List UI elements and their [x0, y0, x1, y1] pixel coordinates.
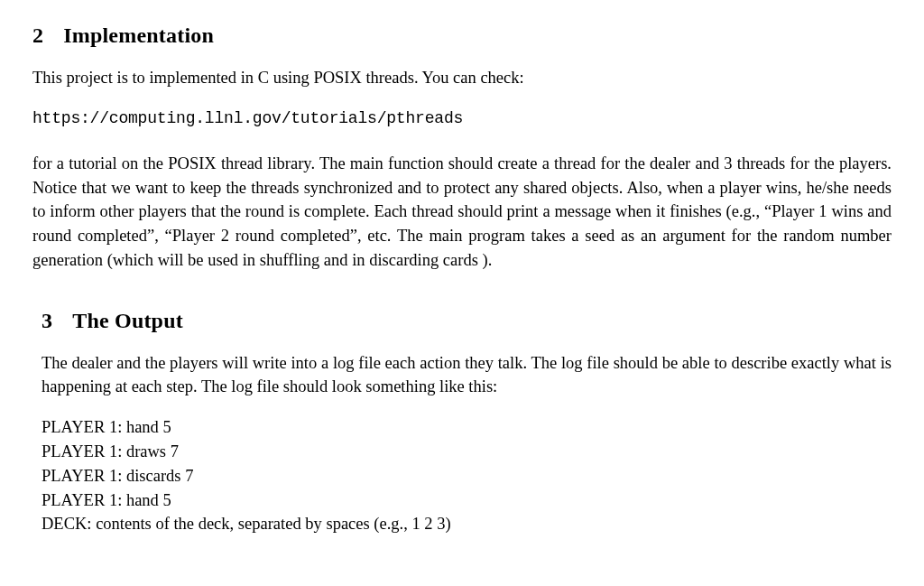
document-page: 2 Implementation This project is to impl…: [0, 0, 924, 536]
tutorial-url: https://computing.llnl.gov/tutorials/pth…: [32, 107, 892, 130]
section-3-para-1: The dealer and the players will write in…: [42, 351, 892, 400]
section-3-heading: 3 The Output: [42, 305, 892, 337]
log-sample: PLAYER 1: hand 5 PLAYER 1: draws 7 PLAYE…: [42, 415, 892, 536]
section-2-heading: 2 Implementation: [32, 20, 892, 51]
log-line: PLAYER 1: draws 7: [42, 440, 892, 464]
log-line: DECK: contents of the deck, separated by…: [42, 512, 892, 536]
section-title: Implementation: [63, 20, 214, 51]
section-title: The Output: [72, 305, 183, 337]
log-line: PLAYER 1: hand 5: [42, 488, 892, 513]
section-3-block: 3 The Output The dealer and the players …: [32, 305, 892, 536]
section-2-para-1: This project is to implemented in C usin…: [32, 66, 892, 90]
section-2-para-2: for a tutorial on the POSIX thread libra…: [32, 152, 892, 273]
log-line: PLAYER 1: discards 7: [42, 464, 892, 488]
section-number: 3: [42, 305, 52, 337]
section-number: 2: [32, 20, 43, 51]
log-line: PLAYER 1: hand 5: [42, 415, 892, 440]
section-gap: [32, 289, 892, 305]
